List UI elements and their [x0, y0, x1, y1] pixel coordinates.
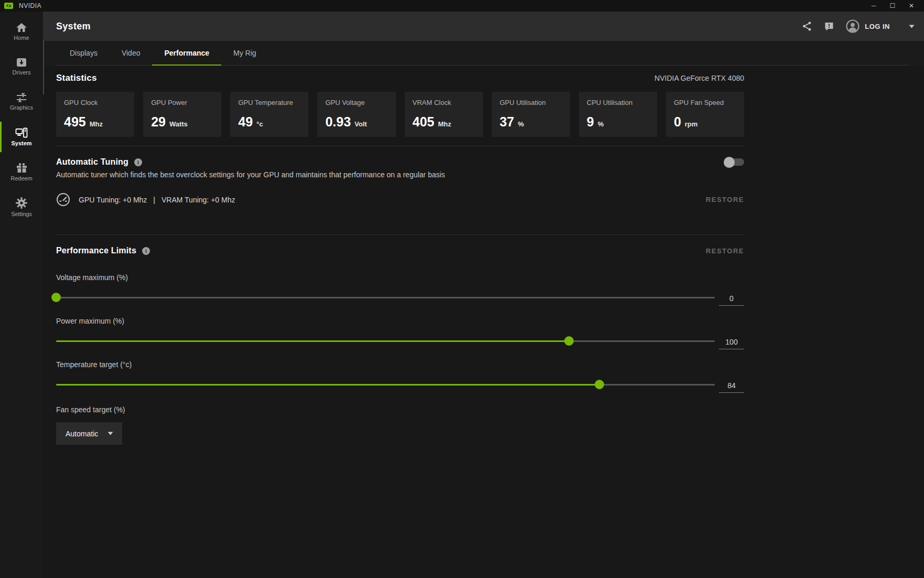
slider-track[interactable] [56, 340, 715, 342]
home-icon [16, 23, 27, 33]
power-maximum-slider[interactable]: 100 [56, 335, 744, 347]
gpu-tuning-status: GPU Tuning: +0 Mhz [79, 196, 147, 204]
minimize-button[interactable]: ─ [866, 1, 881, 11]
sidebar: Home Drivers Graphics System Redeem Sett… [0, 12, 43, 578]
fan-speed-selected-value: Automatic [66, 430, 98, 438]
slider-track[interactable] [56, 384, 715, 386]
automatic-tuning-toggle[interactable] [724, 158, 744, 166]
tab-displays[interactable]: Displays [58, 41, 110, 65]
page-title: System [56, 21, 91, 32]
gpu-name: NVIDIA GeForce RTX 4080 [654, 74, 744, 82]
section-divider [56, 234, 744, 235]
toggle-knob [724, 157, 735, 168]
sidebar-item-label: Graphics [10, 104, 33, 111]
stat-tile-gpu-voltage: GPU Voltage 0.93Volt [317, 92, 395, 137]
feedback-icon[interactable] [824, 21, 834, 31]
sidebar-item-settings[interactable]: Settings [0, 192, 43, 222]
app-title: NVIDIA [19, 2, 41, 9]
sidebar-item-graphics[interactable]: Graphics [0, 87, 43, 116]
stat-tile-gpu-clock: GPU Clock 495Mhz [56, 92, 134, 137]
automatic-tuning-restore-button[interactable]: RESTORE [706, 196, 744, 204]
statistics-tiles: GPU Clock 495Mhz GPU Power 29Watts GPU T… [56, 92, 744, 137]
voltage-maximum-label: Voltage maximum (%) [56, 273, 744, 282]
sidebar-item-label: Redeem [10, 175, 33, 181]
tab-my-rig[interactable]: My Rig [221, 41, 268, 65]
temperature-target-value[interactable]: 84 [719, 381, 744, 393]
system-icon [15, 127, 28, 138]
slider-thumb[interactable] [51, 293, 61, 302]
sidebar-item-drivers[interactable]: Drivers [0, 52, 43, 81]
content-area: Statistics NVIDIA GeForce RTX 4080 GPU C… [43, 66, 924, 578]
avatar-icon [846, 19, 859, 33]
sidebar-item-label: Drivers [13, 69, 31, 76]
nvidia-app-window: NVIDIA ─ ☐ ✕ Home Drivers Graphics [0, 0, 924, 578]
tab-performance[interactable]: Performance [152, 41, 221, 65]
login-label: LOG IN [865, 23, 890, 30]
voltage-maximum-slider[interactable]: 0 [56, 291, 744, 304]
stat-tile-gpu-fan-speed: GPU Fan Speed 0rpm [666, 92, 744, 137]
sidebar-item-label: System [11, 140, 31, 146]
close-button[interactable]: ✕ [904, 1, 919, 11]
tab-video[interactable]: Video [110, 41, 153, 65]
performance-limits-restore-button[interactable]: RESTORE [706, 247, 744, 255]
sidebar-item-home[interactable]: Home [0, 17, 43, 46]
power-maximum-label: Power maximum (%) [56, 317, 744, 325]
statistics-heading: Statistics [56, 73, 97, 83]
slider-thumb[interactable] [564, 336, 574, 346]
vram-tuning-status: VRAM Tuning: +0 Mhz [162, 196, 235, 204]
stat-tile-gpu-power: GPU Power 29Watts [143, 92, 221, 137]
fan-speed-dropdown[interactable]: Automatic [56, 422, 122, 445]
nvidia-logo-icon [4, 3, 13, 9]
info-icon[interactable]: i [134, 158, 142, 166]
fan-speed-target-label: Fan speed target (%) [56, 405, 744, 414]
login-button[interactable]: LOG IN [846, 19, 890, 33]
tuning-separator: | [153, 196, 155, 204]
slider-track[interactable] [56, 297, 715, 298]
scrollbar[interactable] [43, 40, 44, 94]
gauge-icon [56, 192, 70, 207]
section-divider [56, 146, 744, 146]
maximize-button[interactable]: ☐ [885, 1, 900, 11]
voltage-maximum-value[interactable]: 0 [719, 294, 744, 306]
automatic-tuning-description: Automatic tuner which finds the best ove… [56, 170, 744, 179]
graphics-icon [16, 93, 27, 102]
dropdown-chevron-down-icon [108, 432, 113, 435]
stat-tile-vram-clock: VRAM Clock 405Mhz [405, 92, 483, 137]
sidebar-item-system[interactable]: System [0, 122, 43, 152]
titlebar: NVIDIA ─ ☐ ✕ [0, 0, 924, 12]
automatic-tuning-heading: Automatic Tuning [56, 157, 128, 167]
temperature-target-slider[interactable]: 84 [56, 378, 744, 391]
stat-tile-cpu-utilisation: CPU Utilisation 9% [579, 92, 657, 137]
temperature-target-label: Temperature target (°c) [56, 360, 744, 369]
stat-tile-gpu-temperature: GPU Temperature 49°c [230, 92, 308, 137]
power-maximum-value[interactable]: 100 [719, 338, 744, 349]
sidebar-item-redeem[interactable]: Redeem [0, 157, 43, 187]
account-chevron-down-icon[interactable] [909, 25, 915, 28]
gift-icon [16, 163, 27, 173]
drivers-icon [16, 58, 27, 67]
sidebar-item-label: Home [14, 35, 29, 41]
performance-limits-heading: Performance Limits [56, 246, 136, 255]
tabbar: Displays Video Performance My Rig [43, 41, 924, 66]
share-icon[interactable] [802, 21, 812, 31]
gear-icon [16, 197, 27, 209]
page-header: System LOG IN [43, 12, 924, 41]
slider-thumb[interactable] [595, 380, 604, 389]
sidebar-item-label: Settings [11, 211, 32, 217]
info-icon[interactable]: i [142, 247, 150, 255]
stat-tile-gpu-utilisation: GPU Utilisation 37% [492, 92, 570, 137]
